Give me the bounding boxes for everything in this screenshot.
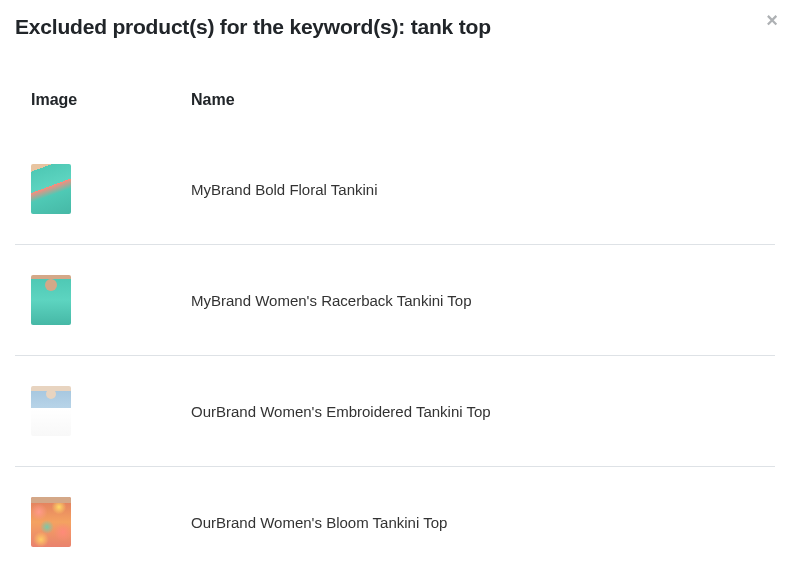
header-image: Image [15,79,175,134]
table-header-row: Image Name [15,79,775,134]
product-name-cell: OurBrand Women's Embroidered Tankini Top [175,356,775,467]
excluded-products-modal: × Excluded product(s) for the keyword(s)… [0,0,790,572]
product-name-cell: MyBrand Women's Racerback Tankini Top [175,245,775,356]
table-row: OurBrand Women's Bloom Tankini Top [15,467,775,550]
close-button[interactable]: × [766,10,778,30]
product-name-cell: OurBrand Women's Bloom Tankini Top [175,467,775,550]
content-scroll-area[interactable]: Image Name MyBrand Bold Floral TankiniMy… [0,49,790,549]
product-image-cell [15,134,175,245]
product-thumbnail [31,164,71,214]
product-image-cell [15,356,175,467]
product-thumbnail [31,497,71,547]
modal-title: Excluded product(s) for the keyword(s): … [0,0,790,49]
product-thumbnail [31,275,71,325]
table-row: MyBrand Bold Floral Tankini [15,134,775,245]
table-row: MyBrand Women's Racerback Tankini Top [15,245,775,356]
products-table: Image Name MyBrand Bold Floral TankiniMy… [15,79,775,549]
product-thumbnail [31,386,71,436]
product-name-cell: MyBrand Bold Floral Tankini [175,134,775,245]
header-name: Name [175,79,775,134]
product-image-cell [15,245,175,356]
table-row: OurBrand Women's Embroidered Tankini Top [15,356,775,467]
product-image-cell [15,467,175,550]
